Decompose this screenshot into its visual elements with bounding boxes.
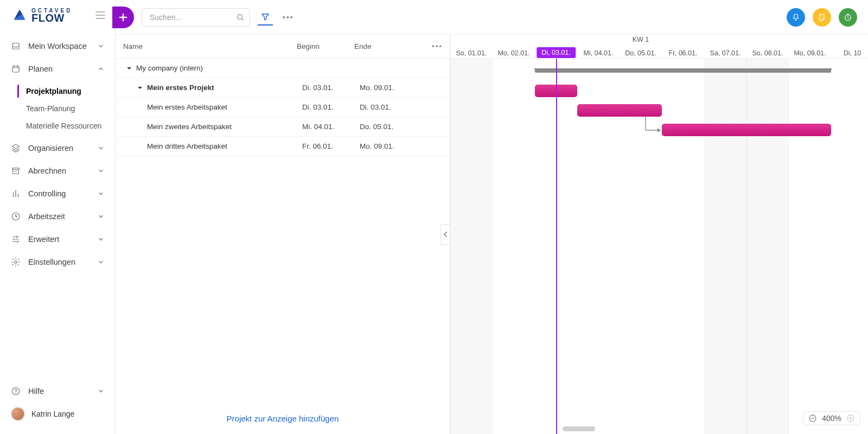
gantt-day-label[interactable]: Fr, 06.01. — [669, 49, 698, 57]
group-label: My company (intern) — [136, 64, 203, 72]
chevron-up-icon — [98, 66, 104, 72]
search-icon — [236, 13, 245, 22]
chevron-down-icon — [98, 43, 104, 49]
timer-button[interactable] — [839, 8, 857, 27]
main: ••• Name Beginn Ende ••• My — [116, 0, 868, 434]
caret-down-icon — [137, 85, 143, 91]
table-header-more[interactable]: ••• — [430, 42, 444, 50]
gantt-body[interactable] — [450, 59, 868, 434]
gantt-day-label[interactable]: Mi, 04.01. — [584, 49, 614, 57]
task-begin: Mi. 04.01. — [302, 123, 360, 131]
notifications-button[interactable] — [787, 8, 805, 27]
sidebar-subitem-1-2[interactable]: Materielle Ressourcen — [0, 117, 115, 135]
chevron-left-icon — [443, 231, 448, 238]
task-begin: Fr. 06.01. — [302, 142, 360, 150]
sidebar-item-label: Controlling — [28, 189, 90, 198]
sidebar-item-4[interactable]: Controlling — [0, 182, 115, 205]
sidebar-subitem-label: Team-Planung — [26, 104, 75, 113]
gantt-day-label[interactable]: Mo, 09.01. — [794, 49, 826, 57]
sidebar-subitem-1-0[interactable]: Projektplanung — [0, 82, 115, 100]
hamburger-icon — [95, 11, 105, 19]
gantt-day-label[interactable]: So, 08.01. — [752, 49, 783, 57]
brand-logo: OCTAVED FLOW — [12, 8, 72, 23]
add-project-link[interactable]: Projekt zur Anzeige hinzufügen — [116, 403, 450, 434]
project-begin: Di. 03.01. — [302, 84, 360, 92]
add-button[interactable] — [112, 7, 134, 28]
task-row[interactable]: Mein erstes ArbeitspaketDi. 03.01.Di. 03… — [116, 98, 450, 117]
plus-icon — [118, 12, 128, 22]
topbar-more[interactable]: ••• — [280, 13, 296, 22]
sidebar-item-5[interactable]: Arbeitszeit — [0, 205, 115, 228]
sidebar-item-7[interactable]: Einstellungen — [0, 251, 115, 273]
gear-icon — [11, 257, 21, 267]
gantt-hscrollbar[interactable] — [454, 426, 781, 432]
gantt-summary-bar[interactable] — [535, 68, 831, 73]
chevron-down-icon — [98, 259, 104, 265]
col-end[interactable]: Ende — [354, 42, 430, 50]
note-icon — [818, 13, 826, 22]
minus-circle-icon — [809, 414, 816, 422]
project-label: Mein erstes Projekt — [147, 84, 214, 92]
task-table-pane: Name Beginn Ende ••• My company (intern)… — [116, 35, 450, 434]
sidebar-item-0[interactable]: Mein Workspace — [0, 35, 115, 58]
barchart-icon — [11, 189, 21, 199]
sidebar-item-6[interactable]: Erweitert — [0, 228, 115, 251]
svg-point-5 — [15, 393, 16, 394]
sidebar-item-label: Erweitert — [28, 235, 90, 244]
chevron-down-icon — [98, 168, 104, 174]
collapse-handle[interactable] — [441, 224, 450, 245]
gantt-day-label[interactable]: Di, 03.01. — [537, 47, 576, 58]
gantt-day-label[interactable]: Do, 05.01. — [625, 49, 656, 57]
funnel-icon — [260, 12, 270, 22]
task-row[interactable]: Mein drittes ArbeitspaketFr. 06.01.Mo. 0… — [116, 137, 450, 156]
calendar-icon — [11, 64, 21, 74]
filter-button[interactable] — [258, 9, 273, 25]
user-row[interactable]: Katrin Lange — [0, 401, 115, 426]
sidebar-subitem-label: Projektplanung — [26, 87, 81, 95]
task-end: Di. 03.01. — [360, 103, 436, 111]
col-name[interactable]: Name — [116, 42, 297, 50]
gantt-day-label[interactable]: So, 01.01. — [456, 49, 487, 57]
sidebar-item-label: Mein Workspace — [28, 42, 90, 50]
table-header: Name Beginn Ende ••• — [116, 35, 450, 59]
sidebar-item-help[interactable]: Hilfe — [0, 381, 115, 401]
sidebar-toggle[interactable] — [95, 11, 105, 19]
gantt-task-bar[interactable] — [577, 104, 662, 117]
gantt-hscroll-thumb[interactable] — [563, 426, 595, 431]
zoom-level: 400% — [822, 414, 841, 423]
chevron-down-icon — [98, 213, 104, 220]
sidebar-item-1[interactable]: Planen — [0, 58, 115, 80]
task-end: Mo. 09.01. — [360, 142, 436, 150]
topbar: ••• — [116, 0, 868, 35]
sidebar-item-label: Einstellungen — [28, 258, 90, 266]
search-input[interactable] — [142, 8, 250, 27]
task-label: Mein erstes Arbeitspaket — [147, 103, 227, 111]
gantt-task-bar[interactable] — [662, 124, 831, 136]
avatar — [11, 407, 25, 421]
project-row[interactable]: Mein erstes ProjektDi. 03.01.Mo. 09.01. — [116, 78, 450, 98]
sidebar-item-3[interactable]: Abrechnen — [0, 159, 115, 182]
notes-button[interactable] — [813, 8, 831, 27]
sidebar-item-label: Arbeitszeit — [28, 212, 90, 221]
gantt-day-label[interactable]: Sa, 07.01. — [710, 49, 741, 57]
clock-icon — [11, 212, 21, 221]
archive-icon — [11, 166, 21, 176]
project-end: Mo. 09.01. — [360, 84, 436, 92]
clock-icon — [844, 13, 852, 22]
zoom-control: 400% — [803, 411, 860, 425]
group-row[interactable]: My company (intern) — [116, 59, 450, 78]
sidebar-subitem-1-1[interactable]: Team-Planung — [0, 100, 115, 117]
gantt-pane[interactable]: KW 1So, 01.01.Mo, 02.01.Di, 03.01.Mi, 04… — [450, 35, 868, 434]
sidebar-item-label: Hilfe — [28, 387, 90, 395]
gantt-day-label[interactable]: Di, 10 — [844, 49, 861, 57]
task-row[interactable]: Mein zweites ArbeitspaketMi. 04.01.Do. 0… — [116, 117, 450, 137]
sidebar-nav: Mein WorkspacePlanenProjektplanungTeam-P… — [0, 33, 115, 376]
col-begin[interactable]: Beginn — [297, 42, 354, 50]
zoom-in-button[interactable] — [847, 414, 854, 422]
chevron-down-icon — [98, 145, 104, 151]
sidebar-item-2[interactable]: Organisieren — [0, 137, 115, 159]
sidebar-item-label: Organisieren — [28, 144, 90, 152]
zoom-out-button[interactable] — [809, 414, 816, 422]
gantt-day-label[interactable]: Mo, 02.01. — [497, 49, 529, 57]
table-body: My company (intern)Mein erstes ProjektDi… — [116, 59, 450, 403]
